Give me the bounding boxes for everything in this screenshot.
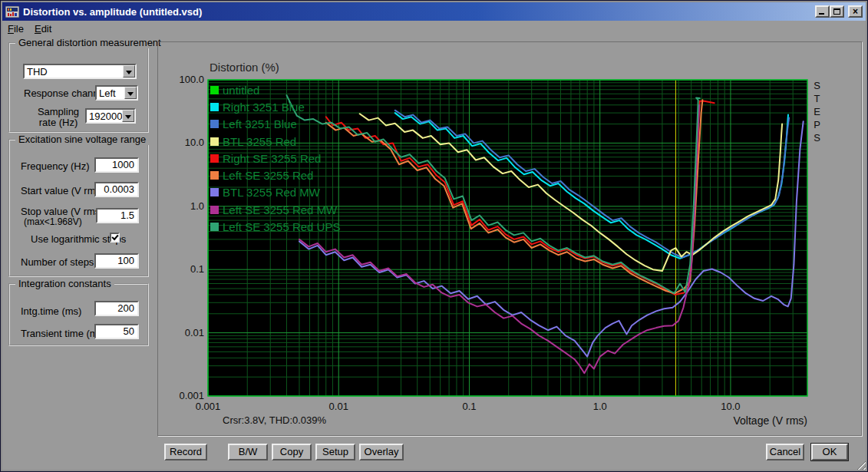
y-tick-label: 1.0: [158, 200, 204, 212]
legend-label: BTL 3255 Red MW: [223, 186, 320, 199]
chart-panel: Distortion (%) untitledRight 3251 BlueLe…: [157, 41, 862, 436]
bw-button[interactable]: B/W: [228, 444, 268, 460]
x-tick-label: 0.01: [315, 401, 361, 412]
sampling-rate-dropdown-button[interactable]: [122, 110, 134, 122]
y-tick-label: 100.0: [158, 74, 204, 85]
minimize-icon: [819, 13, 824, 15]
menu-bar: File Edit: [2, 21, 866, 36]
y-tick-label: 0.001: [158, 390, 204, 401]
legend-swatch: [210, 188, 219, 196]
legend-label: Right 3251 Blue: [223, 101, 305, 114]
overlay-button[interactable]: Overlay: [359, 444, 404, 460]
close-icon: ×: [850, 6, 861, 17]
number-of-steps-label: Number of steps: [21, 256, 94, 268]
legend-swatch: [210, 206, 219, 214]
legend-item: Right 3251 Blue: [210, 98, 340, 115]
maximize-button[interactable]: [830, 5, 844, 18]
start-value-input[interactable]: 0.0003: [94, 182, 139, 197]
group-general-label: General distortion measurement: [15, 37, 164, 48]
response-channel-dropdown-button[interactable]: [124, 87, 137, 99]
sampling-rate-value: 192000: [87, 110, 122, 122]
response-channel-select[interactable]: Left: [95, 85, 138, 101]
legend-swatch: [210, 86, 219, 94]
log-steps-checkbox[interactable]: [110, 233, 120, 243]
start-value-label: Start value (V rms): [21, 185, 104, 196]
menu-file[interactable]: File: [2, 22, 29, 35]
x-tick-label: 0.1: [446, 401, 492, 412]
chevron-down-icon: [125, 115, 131, 122]
group-general-distortion: General distortion measurement THD Respo…: [8, 42, 149, 133]
stop-value-label-2: (max<1.968V): [24, 216, 82, 227]
menu-edit[interactable]: Edit: [29, 22, 57, 35]
copy-button[interactable]: Copy: [272, 444, 312, 460]
transient-time-label: Transient time (ms): [21, 328, 106, 339]
group-excitation-label: Excitation sine voltage range: [15, 134, 149, 145]
legend-item: BTL 3255 Red MW: [210, 184, 340, 201]
app-icon: [5, 6, 19, 18]
sampling-rate-label-1: Sampling: [33, 106, 84, 117]
legend-label: Left SE 3255 Red UPS: [223, 220, 340, 233]
sampling-rate-select[interactable]: 192000: [85, 108, 136, 124]
legend-swatch: [210, 137, 219, 146]
measurement-select[interactable]: THD: [23, 64, 137, 79]
frequency-input[interactable]: 1000: [94, 157, 139, 173]
legend-item: Left SE 3255 Red MW: [210, 201, 340, 218]
legend-label: Left SE 3255 Red MW: [223, 203, 337, 216]
sampling-rate-label-2: rate (Hz): [33, 117, 84, 128]
stop-value-label-1: Stop value (V rms): [21, 206, 104, 217]
group-integration: Integration constants Intg.time (ms) 200…: [8, 283, 149, 346]
transient-time-input[interactable]: 50: [94, 324, 139, 339]
legend-swatch: [210, 223, 219, 231]
y-tick-label: 10.0: [158, 137, 204, 148]
measurement-value: THD: [25, 65, 123, 78]
chevron-down-icon: [127, 92, 134, 99]
legend-label: untitled: [223, 84, 259, 97]
group-excitation: Excitation sine voltage range Frequency …: [8, 139, 149, 277]
app-window: Distortion vs. amplitude (untitled.vsd) …: [0, 0, 868, 472]
number-of-steps-input[interactable]: 100: [94, 253, 139, 269]
titlebar: Distortion vs. amplitude (untitled.vsd) …: [2, 2, 866, 21]
record-button[interactable]: Record: [164, 444, 207, 460]
legend-item: Left 3251 Blue: [210, 116, 340, 133]
legend-swatch: [210, 154, 219, 163]
resize-grip[interactable]: [854, 458, 866, 470]
response-channel-value: Left: [97, 87, 124, 99]
close-button[interactable]: ×: [848, 5, 863, 18]
x-tick-label: 10.0: [708, 401, 754, 412]
ok-button[interactable]: OK: [811, 444, 848, 460]
legend-label: Left SE 3255 Red: [223, 169, 313, 182]
legend-item: Left SE 3255 Red: [210, 167, 340, 183]
cursor-readout: Crsr:3.8V, THD:0.039%: [223, 414, 326, 426]
y-tick-label: 0.1: [158, 263, 204, 275]
x-axis-label: Voltage (V rms): [654, 414, 807, 427]
maximize-icon: [833, 8, 840, 15]
group-integration-label: Integration constants: [15, 278, 114, 289]
measurement-dropdown-button[interactable]: [123, 65, 135, 78]
legend-item: BTL 3255 Red: [210, 133, 340, 150]
minimize-button[interactable]: [815, 5, 830, 18]
x-tick-label: 1.0: [577, 401, 623, 412]
response-channel-label: Response channel: [24, 87, 107, 99]
chart-legend: untitledRight 3251 BlueLeft 3251 BlueBTL…: [210, 81, 340, 236]
legend-label: Left 3251 Blue: [223, 117, 297, 130]
y-tick-label: 0.01: [158, 327, 204, 338]
stop-value-input[interactable]: 1.5: [96, 208, 139, 223]
legend-label: BTL 3255 Red: [223, 135, 296, 148]
legend-item: untitled: [210, 81, 340, 98]
legend-item: Right SE 3255 Red: [210, 150, 340, 167]
legend-item: Left SE 3255 Red UPS: [210, 218, 340, 235]
legend-swatch: [210, 171, 219, 180]
legend-swatch: [210, 103, 219, 111]
intg-time-input[interactable]: 200: [94, 301, 139, 316]
chevron-down-icon: [126, 71, 132, 78]
legend-label: Right SE 3255 Red: [223, 152, 321, 165]
cancel-button[interactable]: Cancel: [766, 444, 804, 460]
legend-swatch: [210, 120, 219, 128]
intg-time-label: Intg.time (ms): [21, 305, 81, 317]
setup-button[interactable]: Setup: [315, 444, 355, 460]
x-tick-label: 0.001: [185, 401, 231, 412]
steps-axis-label: STEPS: [811, 80, 823, 145]
frequency-label: Frequency (Hz): [21, 160, 90, 172]
window-title: Distortion vs. amplitude (untitled.vsd): [23, 6, 202, 18]
